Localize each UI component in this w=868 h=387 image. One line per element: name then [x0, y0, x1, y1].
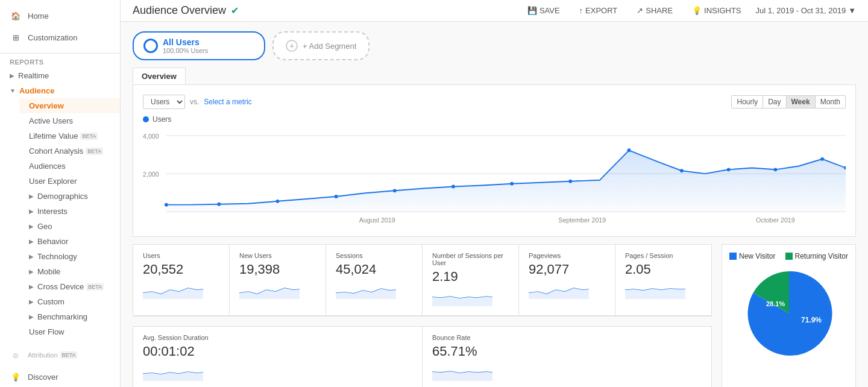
metric-new-users: New Users 19,398	[230, 245, 326, 316]
sidebar-item-home[interactable]: 🏠 Home	[0, 5, 120, 27]
month-button[interactable]: Month	[816, 95, 846, 109]
segment-sub: 100.00% Users	[163, 47, 208, 54]
top-bar: Audience Overview ✔ 💾 SAVE ↑ EXPORT ↗ SH…	[121, 0, 868, 22]
hourly-button[interactable]: Hourly	[731, 95, 763, 109]
metric-bounce-rate: Bounce Rate 65.71%	[423, 327, 711, 387]
chevron-down-icon: ▼	[10, 87, 16, 94]
attribution-icon: ◎	[10, 349, 22, 361]
sidebar-item-customization[interactable]: ⊞ Customization	[0, 27, 120, 48]
metric-avg-session-duration: Avg. Session Duration 00:01:02	[133, 327, 423, 387]
content-area: All Users 100.00% Users + + Add Segment …	[121, 22, 868, 387]
main-content: Audience Overview ✔ 💾 SAVE ↑ EXPORT ↗ SH…	[121, 0, 868, 387]
chart-controls: Users vs. Select a metric Hourly Day Wee…	[143, 95, 846, 109]
pie-chart-container: New Visitor Returning Visitor	[722, 244, 856, 387]
chevron-right-icon-bench: ▶	[29, 313, 34, 320]
export-button[interactable]: ↑ EXPORT	[574, 4, 623, 17]
home-icon: 🏠	[10, 10, 22, 22]
svg-point-16	[773, 168, 777, 171]
sidebar-item-interests[interactable]: ▶ Interests	[19, 204, 120, 219]
legend-label-users: Users	[153, 115, 171, 124]
svg-point-17	[820, 157, 824, 161]
sidebar-item-technology[interactable]: ▶ Technology	[19, 249, 120, 264]
sidebar-item-active-users[interactable]: Active Users	[19, 113, 120, 128]
svg-text:September 2019: September 2019	[558, 216, 606, 224]
new-visitor-color	[729, 253, 737, 260]
add-icon: +	[286, 40, 298, 52]
sidebar-item-demographics[interactable]: ▶ Demographics	[19, 189, 120, 204]
metric-users: Users 20,552	[133, 245, 230, 316]
top-actions: 💾 SAVE ↑ EXPORT ↗ SHARE 💡 INSIGHTS Jul 1…	[523, 4, 856, 17]
date-range-picker[interactable]: Jul 1, 2019 - Oct 31, 2019 ▼	[756, 6, 856, 15]
chevron-right-icon-mobile: ▶	[29, 268, 34, 275]
svg-point-7	[276, 200, 280, 203]
verified-icon: ✔	[231, 5, 239, 16]
share-icon: ↗	[637, 6, 643, 15]
metric-pages-per-session: Pages / Session 2.05	[615, 245, 711, 316]
metrics-grid-row2: Avg. Session Duration 00:01:02 Bounce Ra…	[133, 326, 712, 387]
sidebar-item-custom[interactable]: ▶ Custom	[19, 294, 120, 309]
svg-text:2,000: 2,000	[143, 171, 159, 178]
legend-new-visitor: New Visitor	[729, 252, 775, 260]
discover-icon: 💡	[10, 371, 22, 383]
metrics-section: Users 20,552 New Users 19,398 Sessions 4…	[133, 244, 712, 387]
customization-icon: ⊞	[10, 31, 22, 43]
chevron-right-icon-demo: ▶	[29, 193, 34, 200]
save-button[interactable]: 💾 SAVE	[523, 4, 565, 17]
metric-sessions: Sessions 45,024	[326, 245, 423, 316]
sidebar-item-behavior[interactable]: ▶ Behavior	[19, 234, 120, 249]
sidebar-item-mobile[interactable]: ▶ Mobile	[19, 264, 120, 279]
svg-point-15	[727, 168, 731, 171]
svg-point-14	[680, 169, 684, 172]
svg-point-6	[217, 203, 221, 206]
save-icon: 💾	[527, 6, 537, 15]
insights-button[interactable]: 💡 INSIGHTS	[687, 4, 746, 17]
sidebar-item-benchmarking[interactable]: ▶ Benchmarking	[19, 309, 120, 324]
returning-visitor-color	[785, 253, 793, 260]
add-segment-button[interactable]: + + Add Segment	[272, 31, 370, 60]
svg-text:August 2019: August 2019	[359, 216, 395, 224]
day-button[interactable]: Day	[763, 95, 786, 109]
beta-badge-cohort: BETA	[86, 148, 103, 155]
reports-section-label: REPORTS	[0, 54, 120, 68]
sidebar-item-user-flow[interactable]: User Flow	[19, 324, 120, 339]
chevron-right-icon-interests: ▶	[29, 208, 34, 215]
share-button[interactable]: ↗ SHARE	[632, 4, 678, 17]
chevron-right-icon-tech: ▶	[29, 253, 34, 260]
chevron-right-icon-behavior: ▶	[29, 238, 34, 245]
beta-badge: BETA	[80, 133, 98, 140]
svg-point-8	[335, 195, 338, 198]
segment-bar: All Users 100.00% Users + + Add Segment	[133, 31, 856, 60]
pie-legend: New Visitor Returning Visitor	[729, 252, 848, 260]
metric-pageviews: Pageviews 92,077	[519, 245, 615, 316]
sidebar-item-overview[interactable]: Overview	[19, 98, 120, 113]
sidebar-item-realtime[interactable]: ▶ Realtime	[0, 68, 120, 83]
export-icon: ↑	[579, 6, 583, 15]
chart-container: Users vs. Select a metric Hourly Day Wee…	[133, 84, 856, 237]
svg-text:October 2019: October 2019	[756, 216, 795, 224]
chevron-right-icon-custom: ▶	[29, 298, 34, 305]
chart-legend: Users	[143, 115, 846, 124]
select-metric-link[interactable]: Select a metric	[204, 98, 251, 106]
sidebar-item-geo[interactable]: ▶ Geo	[19, 219, 120, 234]
vs-text: vs.	[190, 98, 199, 106]
svg-point-13	[627, 148, 631, 152]
svg-point-9	[393, 189, 397, 192]
insights-icon: 💡	[692, 6, 702, 15]
week-button[interactable]: Week	[787, 95, 816, 109]
sidebar-item-discover[interactable]: 💡 Discover	[0, 366, 120, 387]
line-chart: 4,000 2,000	[143, 128, 846, 227]
sidebar-item-lifetime-value[interactable]: Lifetime Value BETA	[19, 128, 120, 143]
overview-tab[interactable]: Overview	[133, 68, 186, 84]
page-title: Audience Overview ✔	[133, 4, 239, 17]
legend-dot-users	[143, 116, 149, 122]
metric-select[interactable]: Users	[143, 95, 185, 109]
sidebar-item-cross-device[interactable]: ▶ Cross Device BETA	[19, 279, 120, 294]
sidebar-item-audiences[interactable]: Audiences	[19, 159, 120, 174]
sidebar-item-cohort-analysis[interactable]: Cohort Analysis BETA	[19, 143, 120, 159]
sidebar-item-audience[interactable]: ▼ Audience	[0, 83, 120, 98]
sidebar-item-attribution[interactable]: ◎ Attribution BETA	[0, 344, 120, 366]
sidebar-item-user-explorer[interactable]: User Explorer	[19, 174, 120, 189]
svg-text:28.1%: 28.1%	[766, 300, 785, 307]
all-users-segment[interactable]: All Users 100.00% Users	[133, 31, 265, 60]
svg-text:4,000: 4,000	[143, 133, 159, 140]
